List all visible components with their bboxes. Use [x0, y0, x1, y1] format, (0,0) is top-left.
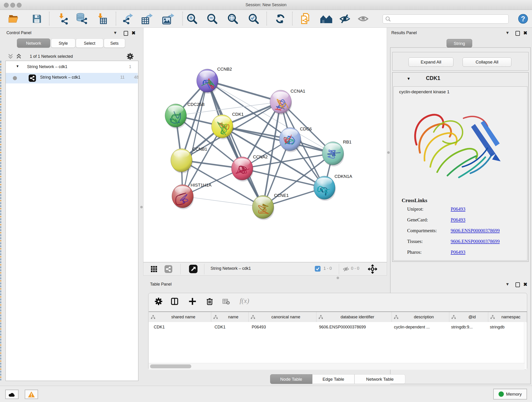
- crosslink-link[interactable]: 9606.ENSP00000378699: [451, 239, 500, 249]
- tab-style[interactable]: Style: [51, 38, 75, 48]
- side-stripe: [0, 61, 1, 380]
- expand-all-button[interactable]: Expand All: [409, 57, 453, 67]
- crosslink-row: Uniprot:P06493: [407, 206, 522, 217]
- network-options-gear-icon[interactable]: [127, 53, 134, 60]
- sort-tree-icon: [250, 315, 255, 320]
- network-collection-row[interactable]: ▼ String Network – cdk1 1: [6, 62, 138, 73]
- show-all-button[interactable]: [357, 10, 369, 27]
- import-network-button[interactable]: [56, 10, 70, 27]
- sort-tree-icon: [451, 315, 456, 320]
- crosslinks-heading: CrossLinks: [402, 198, 427, 204]
- network-canvas[interactable]: CCNB2CCNA1CDC25BCDK1CDC6RB1CCNB1CCNA2CDK…: [143, 27, 387, 262]
- zoom-selected-button[interactable]: [248, 10, 259, 27]
- table-row[interactable]: CDK1CDK1P064939606.ENSP00000378699cyclin…: [149, 322, 525, 332]
- column-header-id[interactable]: @id: [449, 312, 488, 322]
- home-networks-button[interactable]: [319, 10, 333, 27]
- tab-node-table[interactable]: Node Table: [270, 374, 312, 384]
- table-panel-close-button[interactable]: ✖: [523, 282, 527, 287]
- help-button[interactable]: ?: [517, 10, 529, 27]
- import-table-button[interactable]: [95, 10, 108, 27]
- network-edge-count: 48: [134, 75, 139, 80]
- table-cell: stringdb: [486, 325, 525, 330]
- results-panel-close-button[interactable]: ✖: [523, 30, 527, 36]
- toolbar-separator: [292, 12, 293, 26]
- crosslink-label: Uniprot:: [407, 206, 451, 217]
- tab-network-table[interactable]: Network Table: [355, 374, 405, 384]
- selected-counts: 1 - 0: [323, 266, 332, 271]
- network-row[interactable]: String Network – cdk1 11 48: [6, 73, 138, 83]
- graph-node-HIST1H1A: HIST1H1A: [172, 183, 211, 209]
- column-header-sharedname[interactable]: shared name: [149, 312, 211, 322]
- tab-select[interactable]: Select: [76, 38, 103, 48]
- section-title: CDK1: [426, 75, 440, 81]
- table-cell: CDK1: [211, 325, 248, 330]
- graph-node-RB1: RB1: [322, 140, 351, 166]
- crosslink-link[interactable]: P06493: [451, 206, 465, 217]
- graph-node-CDC6: CDC6: [279, 127, 312, 152]
- memory-button[interactable]: Memory: [493, 389, 527, 400]
- open-session-button[interactable]: [8, 10, 20, 27]
- control-panel-maximize-button[interactable]: [124, 31, 128, 36]
- results-tab-string[interactable]: String: [447, 39, 472, 48]
- pan-tool-icon[interactable]: [368, 264, 377, 274]
- export-image-button[interactable]: [162, 10, 176, 27]
- column-header-namespac[interactable]: namespac: [488, 312, 527, 322]
- crosslink-link[interactable]: 9606.ENSP00000378699: [451, 228, 500, 239]
- zoom-out-button[interactable]: [206, 10, 218, 27]
- import-network-from-database-button[interactable]: [75, 10, 89, 27]
- table-panel-maximize-button[interactable]: [515, 282, 520, 287]
- warnings-button[interactable]: [25, 390, 38, 399]
- refresh-button[interactable]: [274, 10, 286, 27]
- graph-node-CDK1: CDK1: [211, 112, 244, 139]
- export-network-button[interactable]: [121, 10, 135, 27]
- crosslink-link[interactable]: P06493: [451, 249, 465, 260]
- birds-eye-view-icon[interactable]: [150, 265, 158, 273]
- delete-table-icon[interactable]: [222, 298, 230, 305]
- column-header-canonicalname[interactable]: canonical name: [249, 312, 317, 322]
- selected-checkbox[interactable]: [315, 266, 321, 272]
- collapse-all-networks-icon[interactable]: [7, 53, 14, 60]
- search-input[interactable]: [383, 14, 509, 24]
- control-panel-close-button[interactable]: ✖: [132, 30, 136, 36]
- show-columns-icon[interactable]: [171, 297, 179, 306]
- tab-sets[interactable]: Sets: [104, 38, 125, 48]
- graph-node-label: CCNB2: [217, 67, 232, 71]
- column-header-databaseidentifier[interactable]: database identifier: [317, 312, 392, 322]
- column-header-name[interactable]: name: [211, 312, 249, 322]
- results-panel-float-button[interactable]: ▼: [505, 31, 510, 35]
- save-session-button[interactable]: [31, 10, 43, 27]
- tab-network[interactable]: Network: [17, 38, 50, 48]
- function-builder-button[interactable]: f(x): [240, 297, 249, 305]
- export-table-button[interactable]: [140, 10, 154, 27]
- open-in-window-icon[interactable]: [189, 265, 197, 273]
- section-collapse-arrow[interactable]: ▼: [407, 77, 411, 81]
- hide-selected-button[interactable]: [339, 10, 351, 27]
- collection-expand-arrow[interactable]: ▼: [16, 64, 19, 68]
- add-column-icon[interactable]: [188, 297, 196, 306]
- table-cell: stringdb:9...: [447, 325, 486, 330]
- splitter-handle[interactable]: [140, 206, 143, 208]
- section-content: cyclin-dependent kinase 1 CrossLinks Uni…: [393, 86, 527, 261]
- table-panel-title: Table Panel: [150, 282, 172, 287]
- network-tree: ▼ String Network – cdk1 1 String Network…: [6, 61, 138, 381]
- status-bar: Memory: [0, 386, 532, 402]
- zoom-in-button[interactable]: [186, 10, 198, 27]
- graph-node-CCNB1: CCNB1: [171, 147, 207, 173]
- tab-edge-table[interactable]: Edge Table: [312, 374, 355, 384]
- table-options-gear-icon[interactable]: [154, 297, 163, 306]
- delete-column-icon[interactable]: [206, 297, 214, 306]
- string-network-icon[interactable]: [165, 265, 172, 273]
- results-panel-maximize-button[interactable]: [515, 31, 520, 36]
- table-vscroll[interactable]: [524, 322, 527, 370]
- zoom-fit-button[interactable]: [227, 10, 239, 27]
- network-selection-status: 1 of 1 Network selected: [30, 54, 73, 59]
- table-panel-float-button[interactable]: ▼: [505, 282, 510, 287]
- table-hscroll[interactable]: [149, 363, 525, 370]
- expand-all-networks-icon[interactable]: [16, 53, 22, 60]
- collapse-all-button[interactable]: Collapse All: [462, 57, 511, 67]
- control-panel-float-button[interactable]: ▼: [113, 31, 117, 35]
- cloud-status-button[interactable]: [5, 390, 19, 399]
- crosslink-link[interactable]: P06493: [451, 217, 465, 228]
- clone-network-button[interactable]: [299, 10, 312, 27]
- column-header-description[interactable]: description: [392, 312, 449, 322]
